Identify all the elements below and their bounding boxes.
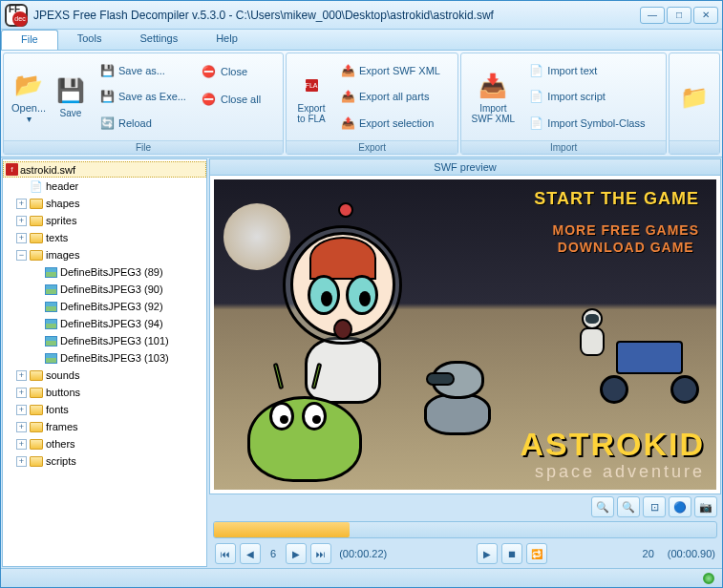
menu-help[interactable]: Help xyxy=(197,30,257,50)
tree-frames[interactable]: +frames xyxy=(3,418,206,435)
import-script-button[interactable]: 📄Import script xyxy=(524,87,649,106)
tree-image-item[interactable]: DefineBitsJPEG3 (92) xyxy=(3,298,206,315)
expand-icon[interactable]: + xyxy=(16,233,27,243)
menu-settings[interactable]: Settings xyxy=(120,30,197,50)
titlebar: JPEXS Free Flash Decompiler v.5.3.0 - C:… xyxy=(1,1,722,30)
window-title: JPEXS Free Flash Decompiler v.5.3.0 - C:… xyxy=(33,9,640,22)
tree-root[interactable]: fastrokid.swf xyxy=(3,161,206,178)
zoom-fit-button[interactable]: ⊡ xyxy=(643,496,666,517)
tree-image-item[interactable]: DefineBitsJPEG3 (101) xyxy=(3,332,206,349)
save-label: Save xyxy=(60,108,82,118)
preview-tab[interactable]: SWF preview xyxy=(209,158,721,176)
status-ok-icon xyxy=(703,573,714,584)
rewind-button[interactable]: ⏮ xyxy=(215,543,236,564)
close-all-button[interactable]: ⛔Close all xyxy=(198,90,265,109)
seek-bar[interactable] xyxy=(213,521,717,538)
close-button[interactable]: ⛔Close xyxy=(198,62,265,81)
game-menu-start: START THE GAME xyxy=(534,189,699,209)
loop-button[interactable]: 🔁 xyxy=(526,543,547,564)
tree-image-item[interactable]: DefineBitsJPEG3 (103) xyxy=(3,349,206,367)
game-title: ASTROKID xyxy=(520,426,705,463)
export-selection-button[interactable]: 📤Export selection xyxy=(336,114,444,133)
open-label: Open... xyxy=(11,102,46,114)
tree-sprites[interactable]: +sprites xyxy=(3,212,206,229)
export-fla-button[interactable]: FLA Export to FLA xyxy=(290,57,332,136)
total-frames: 20 xyxy=(643,548,654,559)
import-group-label: Import xyxy=(461,140,666,154)
zoom-out-button[interactable]: 🔍 xyxy=(617,496,640,517)
save-as-exe-button[interactable]: 💾Save as Exe... xyxy=(96,87,190,106)
expand-icon[interactable]: + xyxy=(16,439,27,450)
import-symbol-class-button[interactable]: 📄Import Symbol-Class xyxy=(524,114,649,133)
tree-image-item[interactable]: DefineBitsJPEG3 (94) xyxy=(3,315,206,332)
step-forward-button[interactable]: ▶ xyxy=(286,543,307,564)
swf-icon: f xyxy=(6,163,18,176)
floppy-icon: 💾 xyxy=(55,75,86,106)
ribbon: 📂 Open...▾ 💾 Save 💾Save as... 💾Save as E… xyxy=(1,51,722,158)
export-icon: 📤 xyxy=(340,116,355,131)
resource-tree[interactable]: fastrokid.swf 📄header +shapes +sprites +… xyxy=(2,158,207,567)
export-icon: 📤 xyxy=(340,89,355,104)
open-button[interactable]: 📂 Open...▾ xyxy=(8,57,50,136)
tree-others[interactable]: +others xyxy=(3,435,206,452)
tree-images[interactable]: −images xyxy=(3,246,206,263)
step-back-button[interactable]: ◀ xyxy=(240,543,261,564)
goto-end-button[interactable]: ⏭ xyxy=(310,543,331,564)
game-subtitle: space adventure xyxy=(535,462,705,482)
file-group-label: File xyxy=(4,140,283,154)
play-button[interactable]: ▶ xyxy=(477,543,498,564)
stop-button[interactable]: ⏹ xyxy=(501,543,522,564)
menu-tools[interactable]: Tools xyxy=(58,30,121,50)
expand-icon[interactable]: + xyxy=(16,199,27,209)
import-swf-xml-button[interactable]: 📥 Import SWF XML xyxy=(465,57,521,136)
image-icon xyxy=(45,336,57,346)
import-text-button[interactable]: 📄Import text xyxy=(524,61,649,80)
expand-icon[interactable]: + xyxy=(16,456,27,467)
tree-buttons[interactable]: +buttons xyxy=(3,384,206,401)
expand-icon[interactable]: + xyxy=(16,370,27,381)
preview-pane: SWF preview START THE GAME MORE FREE GAM… xyxy=(209,158,721,567)
tree-image-item[interactable]: DefineBitsJPEG3 (89) xyxy=(3,263,206,281)
minimize-button[interactable]: — xyxy=(640,7,665,24)
export-icon: 📤 xyxy=(340,63,355,78)
folder-icon xyxy=(30,199,43,209)
tree-scripts[interactable]: +scripts xyxy=(3,452,206,470)
current-frame: 6 xyxy=(270,548,276,559)
tree-header[interactable]: 📄header xyxy=(3,178,206,195)
maximize-button[interactable]: □ xyxy=(667,7,691,24)
expand-icon[interactable]: + xyxy=(16,422,27,432)
folder-icon xyxy=(30,233,43,243)
save-button[interactable]: 💾 Save xyxy=(50,57,92,136)
expand-icon[interactable]: + xyxy=(16,216,27,226)
image-icon xyxy=(45,302,57,312)
import-icon: 📥 xyxy=(478,71,508,101)
tree-image-item[interactable]: DefineBitsJPEG3 (90) xyxy=(3,281,206,298)
save-as-button[interactable]: 💾Save as... xyxy=(96,61,190,80)
close-window-button[interactable]: ✕ xyxy=(693,7,718,24)
export-all-parts-button[interactable]: 📤Export all parts xyxy=(336,87,444,106)
current-time: (00:00.22) xyxy=(339,548,387,559)
expand-icon[interactable]: + xyxy=(16,388,27,398)
header-icon: 📄 xyxy=(29,178,44,194)
reload-button[interactable]: 🔄Reload xyxy=(96,114,190,133)
floppy-small-icon: 💾 xyxy=(99,89,115,104)
menubar: File Tools Settings Help xyxy=(1,30,722,51)
menu-file[interactable]: File xyxy=(1,30,58,50)
tree-fonts[interactable]: +fonts xyxy=(3,401,206,418)
folder-icon xyxy=(30,388,43,398)
zoom-in-button[interactable]: 🔍 xyxy=(591,496,614,517)
more-button[interactable]: 📁 xyxy=(673,57,715,136)
collapse-icon[interactable]: − xyxy=(16,250,27,261)
tree-sounds[interactable]: +sounds xyxy=(3,367,206,384)
tree-shapes[interactable]: +shapes xyxy=(3,195,206,212)
tree-texts[interactable]: +texts xyxy=(3,229,206,246)
reload-icon: 🔄 xyxy=(99,116,115,131)
screenshot-button[interactable]: 📷 xyxy=(694,496,717,517)
export-swf-xml-button[interactable]: 📤Export SWF XML xyxy=(336,61,444,80)
preview-canvas: START THE GAME MORE FREE GAMES DOWNLOAD … xyxy=(209,176,721,494)
expand-icon[interactable]: + xyxy=(16,405,27,415)
import-script-icon: 📄 xyxy=(528,89,543,104)
folder-icon xyxy=(30,439,43,450)
image-icon xyxy=(45,353,57,364)
color-picker-button[interactable]: 🔵 xyxy=(669,496,691,517)
